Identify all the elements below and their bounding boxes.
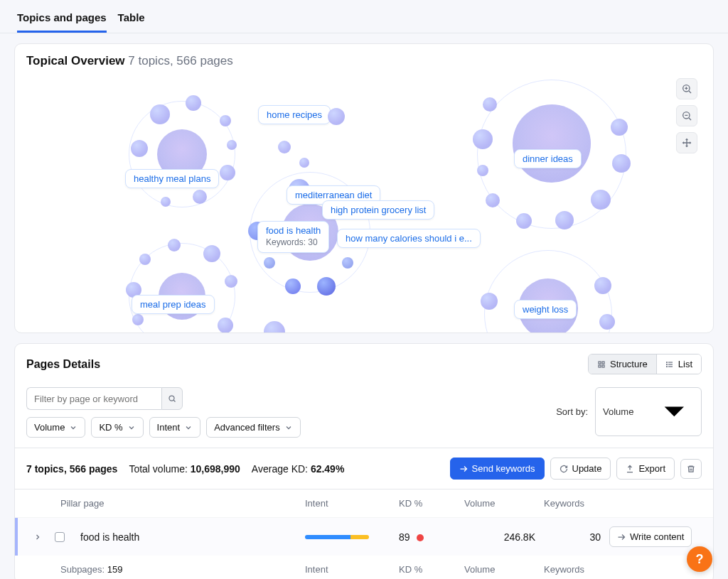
filter-input[interactable] <box>26 387 161 410</box>
svg-point-18 <box>666 366 667 367</box>
intent-bar <box>305 535 369 539</box>
filter-kd[interactable]: KD % <box>91 417 143 438</box>
tab-table[interactable]: Table <box>118 7 145 33</box>
help-button[interactable]: ? <box>687 546 712 572</box>
pages-details-title: Pages Details <box>26 358 100 371</box>
cluster-label-how-many-calories[interactable]: how many calories should i e... <box>337 229 481 248</box>
export-icon <box>626 465 634 473</box>
row-name: food is health <box>80 531 296 543</box>
filter-volume[interactable]: Volume <box>26 417 85 438</box>
svg-rect-12 <box>602 365 604 367</box>
intent-segment-informational <box>305 535 350 539</box>
topical-overview-panel: Topical Overview 7 topics, 566 pages <box>14 43 714 333</box>
subpages-header-row: Subpages: 159 Intent KD % Volume Keyword… <box>15 556 713 579</box>
intent-segment-commercial <box>350 535 369 539</box>
send-keywords-label: Send keywords <box>472 463 535 474</box>
search-group <box>26 387 301 410</box>
view-list-button[interactable]: List <box>656 355 701 374</box>
row-volume: 246.8K <box>464 531 535 543</box>
cluster-label-dinner-ideas[interactable]: dinner ideas <box>514 149 582 168</box>
view-structure-button[interactable]: Structure <box>589 355 656 374</box>
svg-rect-11 <box>599 365 601 367</box>
row-keywords: 30 <box>544 531 601 543</box>
col-volume: Volume <box>464 498 535 509</box>
tab-topics-and-pages[interactable]: Topics and pages <box>17 7 107 33</box>
structure-icon <box>597 360 606 369</box>
col-keywords: Keywords <box>544 498 601 509</box>
update-button[interactable]: Update <box>550 458 611 480</box>
view-list-label: List <box>678 359 692 369</box>
chevron-right-icon <box>33 533 42 541</box>
row-checkbox[interactable] <box>55 532 65 542</box>
filter-advanced[interactable]: Advanced filters <box>206 417 301 438</box>
table-row[interactable]: food is health 89 246.8K 30 Write conten… <box>15 518 713 556</box>
overview-subtitle: 7 topics, 566 pages <box>128 54 232 67</box>
expand-row-button[interactable] <box>29 533 46 541</box>
food-is-health-text: food is health <box>266 225 321 236</box>
chevron-down-icon <box>284 423 293 432</box>
filter-kd-label: KD % <box>99 422 122 433</box>
filter-volume-label: Volume <box>34 422 65 433</box>
cluster-label-food-is-health[interactable]: food is health Keywords: 30 <box>257 221 329 253</box>
kd-difficulty-dot <box>417 534 424 541</box>
svg-point-17 <box>666 364 667 364</box>
col-intent: Intent <box>305 498 390 509</box>
cluster-label-home-recipes[interactable]: home recipes <box>258 105 331 124</box>
export-label: Export <box>638 463 665 474</box>
sort-by-label: Sort by: <box>556 406 588 417</box>
filter-advanced-label: Advanced filters <box>214 422 280 433</box>
total-volume-value: 10,698,990 <box>191 463 240 475</box>
export-button[interactable]: Export <box>616 458 675 480</box>
share-icon <box>459 465 468 473</box>
write-content-button[interactable]: Write content <box>609 526 692 547</box>
subpages-count: 159 <box>107 564 123 575</box>
svg-rect-9 <box>599 362 601 364</box>
view-toggle: Structure List <box>588 354 702 374</box>
sort-value: Volume <box>603 406 633 417</box>
avg-kd-value: 62.49% <box>311 463 344 475</box>
send-keywords-button[interactable]: Send keywords <box>450 458 545 480</box>
table-header: Pillar page Intent KD % Volume Keywords <box>15 489 713 518</box>
svg-point-16 <box>666 362 667 362</box>
search-icon <box>168 394 176 403</box>
search-button[interactable] <box>161 387 183 410</box>
food-is-health-keywords: Keywords: 30 <box>266 237 318 247</box>
filter-intent[interactable]: Intent <box>149 417 201 438</box>
topic-visualization[interactable]: healthy meal plans home recipes mediterr… <box>15 72 713 328</box>
avg-kd-label: Average KD: <box>252 463 308 475</box>
chevron-down-icon <box>69 423 77 432</box>
view-structure-label: Structure <box>610 359 648 369</box>
cluster-label-meal-prep-ideas[interactable]: meal prep ideas <box>132 295 215 314</box>
row-kd: 89 <box>399 531 456 543</box>
chevron-down-icon <box>127 423 136 432</box>
sub-col-volume: Volume <box>464 564 535 575</box>
total-volume-label: Total volume: <box>129 463 187 475</box>
col-kd: KD % <box>399 498 456 509</box>
update-label: Update <box>572 463 602 474</box>
svg-point-19 <box>169 396 174 401</box>
share-icon <box>617 533 626 541</box>
trash-icon <box>687 465 695 473</box>
row-kd-value: 89 <box>399 531 410 543</box>
cluster-label-healthy-meal-plans[interactable]: healthy meal plans <box>125 169 219 188</box>
filter-intent-label: Intent <box>157 422 181 433</box>
cluster-label-high-protein-grocery-list[interactable]: high protein grocery list <box>322 200 434 220</box>
sort-select[interactable]: Volume <box>595 387 702 436</box>
write-content-label: Write content <box>630 531 684 542</box>
delete-button[interactable] <box>680 459 702 479</box>
pages-details-panel: Pages Details Structure List <box>14 343 714 579</box>
subpages-label-text: Subpages: <box>60 564 105 575</box>
overview-header: Topical Overview 7 topics, 566 pages <box>26 54 702 68</box>
sub-col-keywords: Keywords <box>544 564 601 575</box>
sub-col-kd: KD % <box>399 564 456 575</box>
chevron-down-icon <box>655 392 694 431</box>
tabs-bar: Topics and pages Table <box>0 0 728 33</box>
summary-topics-pages: 7 topics, 566 pages <box>26 463 117 475</box>
chevron-down-icon <box>184 423 193 432</box>
svg-rect-10 <box>602 362 604 364</box>
refresh-icon <box>560 465 568 473</box>
sub-col-intent: Intent <box>305 564 390 575</box>
overview-title: Topical Overview <box>26 54 125 67</box>
cluster-label-weight-loss[interactable]: weight loss <box>514 300 577 319</box>
subpages-label: Subpages: 159 <box>26 564 296 575</box>
